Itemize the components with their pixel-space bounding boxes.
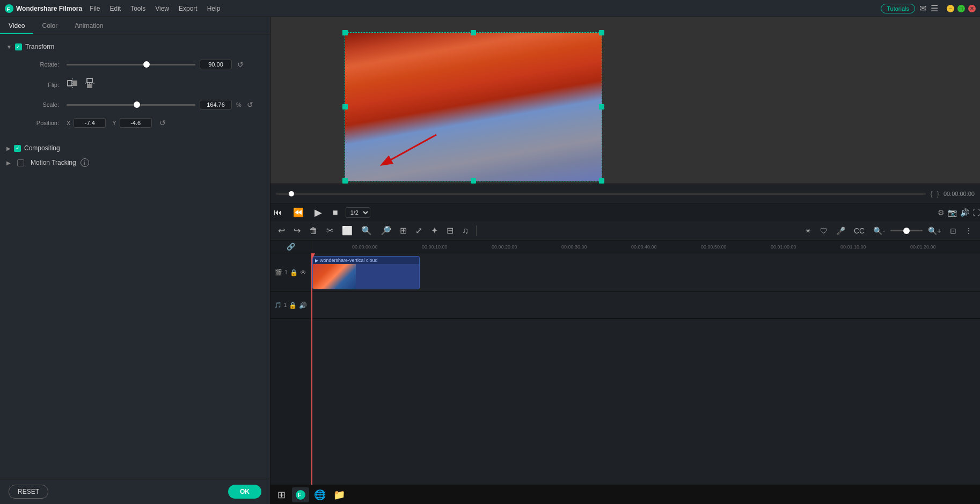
taskbar-browser-button[interactable]: 🌐 bbox=[311, 487, 328, 502]
flip-vertical-button[interactable] bbox=[84, 77, 96, 92]
prev-frame-button[interactable]: ⏮ bbox=[270, 207, 286, 218]
position-y-input[interactable]: -4.6 bbox=[120, 118, 152, 128]
undo-button[interactable]: ↩ bbox=[275, 224, 288, 237]
redo-button[interactable]: ↪ bbox=[290, 224, 304, 237]
playback-slider[interactable] bbox=[276, 193, 926, 195]
close-button[interactable]: ✕ bbox=[968, 5, 976, 12]
taskbar-start-button[interactable]: ⊞ bbox=[273, 487, 290, 502]
reset-button[interactable]: RESET bbox=[9, 485, 48, 499]
effects-button[interactable]: ✦ bbox=[428, 224, 441, 237]
scale-slider[interactable] bbox=[67, 104, 195, 106]
menu-file[interactable]: File bbox=[85, 4, 104, 13]
zoom-in-tool-button[interactable]: 🔍 bbox=[358, 224, 375, 237]
zoom-out-tool-button[interactable]: 🔎 bbox=[377, 224, 394, 237]
handle-top-left[interactable] bbox=[342, 30, 348, 35]
mic-button[interactable]: 🎤 bbox=[833, 225, 849, 237]
playback-thumb[interactable] bbox=[289, 191, 294, 196]
compositing-checkbox[interactable]: ✓ bbox=[14, 145, 21, 152]
position-reset-button[interactable]: ↺ bbox=[158, 118, 167, 128]
audio-track-number: 1 bbox=[284, 302, 287, 308]
handle-top-mid[interactable] bbox=[471, 30, 476, 35]
svg-rect-2 bbox=[68, 81, 72, 86]
fx-button[interactable]: ✴ bbox=[802, 225, 815, 237]
tab-video[interactable]: Video bbox=[0, 19, 33, 34]
handle-bottom-right[interactable] bbox=[599, 178, 604, 184]
notification-icon[interactable]: ✉ bbox=[919, 3, 926, 13]
menu-tools[interactable]: Tools bbox=[126, 4, 150, 13]
rotate-slider[interactable] bbox=[67, 64, 195, 65]
video-clip[interactable]: ▶ wondershare-vertical cloud bbox=[312, 256, 420, 289]
ok-button[interactable]: OK bbox=[228, 485, 261, 499]
audio-icon[interactable]: 🔊 bbox=[960, 208, 969, 217]
account-icon[interactable]: ☰ bbox=[931, 3, 938, 13]
rotate-value-input[interactable]: 90.00 bbox=[200, 60, 232, 69]
clip-thumbnail-image bbox=[313, 264, 356, 289]
timeline-zoom-slider[interactable] bbox=[890, 230, 923, 231]
scale-value-input[interactable]: 164.76 bbox=[200, 100, 232, 109]
fit-button[interactable]: ⊞ bbox=[397, 224, 410, 237]
flip-horizontal-button[interactable] bbox=[67, 77, 78, 92]
rotate-slider-container: 90.00 ↺ bbox=[67, 59, 259, 70]
audio-lock-icon[interactable]: 🔒 bbox=[289, 302, 297, 309]
fullscreen-icon[interactable]: ⛶ bbox=[972, 208, 980, 217]
audio-detach-button[interactable]: ♫ bbox=[459, 224, 472, 237]
position-x-field: X -7.4 bbox=[67, 118, 106, 128]
window-controls: – □ ✕ bbox=[947, 5, 976, 12]
split-button[interactable]: ⊟ bbox=[443, 224, 457, 237]
taskbar-filmora-button[interactable]: F bbox=[292, 487, 309, 502]
taskbar-files-button[interactable]: 📁 bbox=[331, 487, 348, 502]
scale-reset-button[interactable]: ↺ bbox=[246, 99, 254, 110]
stop-button[interactable]: ■ bbox=[330, 207, 341, 218]
menu-edit[interactable]: Edit bbox=[105, 4, 125, 13]
maximize-button[interactable]: □ bbox=[957, 5, 965, 12]
tutorials-button[interactable]: Tutorials bbox=[881, 4, 915, 13]
settings-icon[interactable]: ⚙ bbox=[938, 208, 945, 217]
transform-section-header[interactable]: ▼ ✓ Transform bbox=[0, 40, 270, 54]
clip-title-bar: ▶ wondershare-vertical cloud bbox=[313, 257, 419, 264]
motion-tracking-info-icon[interactable]: i bbox=[81, 158, 89, 167]
handle-mid-left[interactable] bbox=[342, 104, 348, 109]
menu-help[interactable]: Help bbox=[203, 4, 225, 13]
handle-bottom-left[interactable] bbox=[342, 178, 348, 184]
expand-button[interactable]: ⤢ bbox=[412, 224, 426, 237]
zoom-out-button[interactable]: 🔍- bbox=[870, 225, 888, 237]
timeline-header-controls: 🔗 bbox=[270, 240, 311, 253]
compositing-section-header[interactable]: ▶ ✓ Compositing bbox=[0, 141, 270, 155]
motion-tracking-checkbox[interactable] bbox=[17, 159, 24, 166]
tab-color[interactable]: Color bbox=[33, 19, 66, 34]
motion-tracking-expand-icon[interactable]: ▶ bbox=[6, 160, 11, 166]
audio-volume-icon[interactable]: 🔊 bbox=[299, 302, 307, 309]
handle-mid-right[interactable] bbox=[599, 104, 604, 109]
preview-area bbox=[270, 17, 980, 184]
scale-row: Scale: 164.76 % ↺ bbox=[16, 99, 259, 110]
eye-icon[interactable]: 👁 bbox=[300, 269, 306, 276]
rewind-button[interactable]: ⏪ bbox=[290, 206, 307, 218]
flip-label: Flip: bbox=[16, 82, 59, 88]
cut-button[interactable]: ✂ bbox=[323, 224, 337, 237]
delete-button[interactable]: 🗑 bbox=[306, 224, 321, 237]
shield-button[interactable]: 🛡 bbox=[817, 225, 831, 237]
menu-export[interactable]: Export bbox=[174, 4, 202, 13]
crop-button[interactable]: ⬜ bbox=[339, 224, 356, 237]
video-track-icon: 🎬 bbox=[275, 269, 282, 276]
handle-bottom-mid[interactable] bbox=[471, 178, 476, 184]
magnet-icon[interactable]: 🔗 bbox=[287, 243, 295, 251]
position-y-field: Y -4.6 bbox=[112, 118, 151, 128]
more-button[interactable]: ⋮ bbox=[962, 225, 976, 237]
transform-checkbox[interactable]: ✓ bbox=[15, 43, 22, 50]
minimize-button[interactable]: – bbox=[947, 5, 954, 12]
position-x-input[interactable]: -7.4 bbox=[74, 118, 106, 128]
toolbar-right: ✴ 🛡 🎤 CC 🔍- 🔍+ ⊡ ⋮ bbox=[802, 225, 976, 237]
fit-timeline-button[interactable]: ⊡ bbox=[947, 225, 960, 237]
lock-icon[interactable]: 🔒 bbox=[290, 269, 298, 276]
tab-animation[interactable]: Animation bbox=[66, 19, 112, 34]
playhead[interactable] bbox=[311, 253, 312, 485]
zoom-in-button[interactable]: 🔍+ bbox=[925, 225, 945, 237]
menu-view[interactable]: View bbox=[151, 4, 173, 13]
fraction-select[interactable]: 1/2 1/1 1/4 bbox=[346, 207, 370, 218]
rotate-reset-button[interactable]: ↺ bbox=[236, 59, 245, 70]
handle-top-right[interactable] bbox=[599, 30, 604, 35]
captions-button[interactable]: CC bbox=[851, 225, 868, 237]
play-button[interactable]: ▶ bbox=[311, 206, 325, 220]
screenshot-icon[interactable]: 📷 bbox=[948, 208, 957, 217]
